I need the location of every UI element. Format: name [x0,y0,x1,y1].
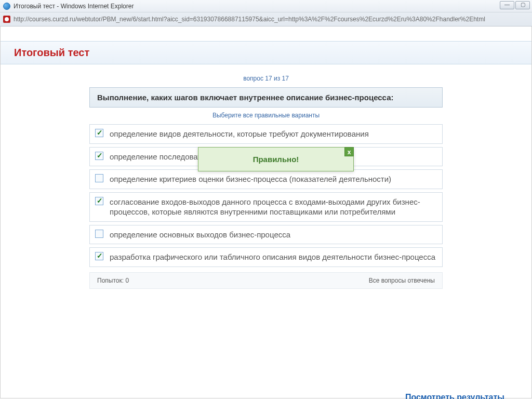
checkmark-icon: ✓ [97,128,103,137]
address-bar: http://courses.curzd.ru/webtutor/PBM_new… [0,12,532,26]
checkbox[interactable]: ✓ [95,129,103,137]
checkbox[interactable]: ✓ [95,197,103,205]
quiz-area: вопрос 17 из 17 Выполнение, каких шагов … [1,64,531,399]
option-text: согласование входов-выходов данного проц… [110,197,437,217]
feedback-popup: x Правильно! [198,147,354,171]
progress-text: вопрос 17 из 17 [14,75,518,82]
page-header: Итоговый тест [1,41,531,64]
option-row[interactable]: ✓разработка графического или табличного … [89,247,443,267]
checkbox[interactable]: ✓ [95,252,103,260]
maximize-button[interactable]: ▢ [515,1,530,9]
option-text: определение основных выходов бизнес-проц… [110,230,290,240]
instruction-text: Выберите все правильные варианты [14,112,518,119]
option-text: определение критериев оценки бизнес-проц… [110,174,391,184]
feedback-text: Правильно! [253,155,299,164]
url-text: http://courses.curzd.ru/webtutor/PBM_new… [14,16,485,23]
all-answered-label: Все вопросы отвечены [369,277,435,284]
attempts-label: Попыток: 0 [97,277,129,284]
checkbox[interactable] [95,174,103,182]
option-row[interactable]: определение основных выходов бизнес-проц… [89,225,443,245]
checkmark-icon: ✓ [97,251,103,260]
quiz-footer: Попыток: 0 Все вопросы отвечены [89,272,443,289]
browser-chrome: Итоговый тест - Windows Internet Explore… [0,0,532,26]
checkmark-icon: ✓ [97,196,103,205]
page-content: Итоговый тест вопрос 17 из 17 Выполнение… [0,26,532,398]
page-title: Итоговый тест [14,47,518,59]
question-text: Выполнение, каких шагов включает внутрен… [89,87,443,108]
option-row[interactable]: ✓согласование входов-выходов данного про… [89,192,443,222]
minimize-button[interactable]: — [500,1,514,9]
window-title: Итоговый тест - Windows Internet Explore… [14,3,134,10]
favicon-icon [3,16,10,23]
checkbox[interactable] [95,230,103,238]
option-text: определение видов деятельности, которые … [110,129,369,139]
option-row[interactable]: определение критериев оценки бизнес-проц… [89,169,443,189]
window-controls: — ▢ [500,1,530,9]
options-list: ✓определение видов деятельности, которые… [89,124,443,267]
close-icon[interactable]: x [344,147,354,156]
option-text: разработка графического или табличного о… [110,252,435,262]
checkbox[interactable]: ✓ [95,152,103,160]
checkmark-icon: ✓ [97,151,103,159]
results-link[interactable]: Посмотреть результаты [14,393,504,400]
title-bar: Итоговый тест - Windows Internet Explore… [0,0,532,12]
ie-icon [3,3,10,10]
option-row[interactable]: ✓определение видов деятельности, которые… [89,124,443,144]
